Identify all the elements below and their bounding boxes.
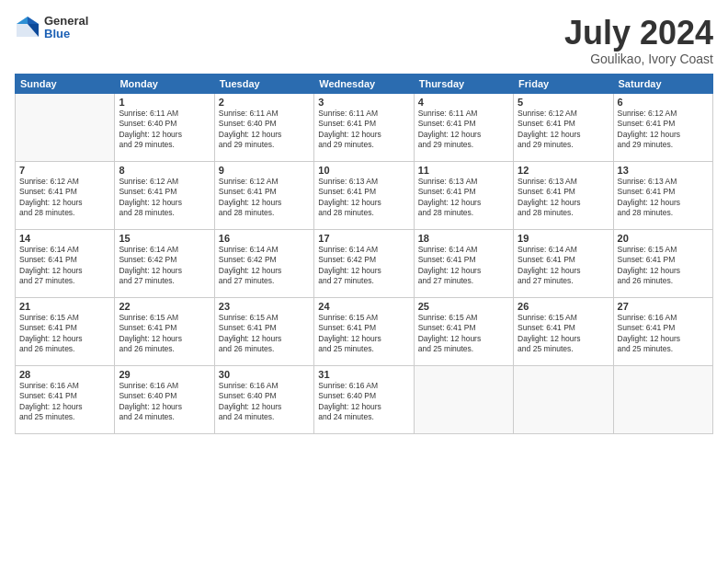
header-wednesday: Wednesday <box>314 74 414 93</box>
day-info: Sunrise: 6:16 AMSunset: 6:41 PMDaylight:… <box>19 381 110 423</box>
table-row: 22Sunrise: 6:15 AMSunset: 6:41 PMDayligh… <box>115 297 214 365</box>
title-section: July 2024 Goulikao, Ivory Coast <box>564 15 713 66</box>
table-row: 30Sunrise: 6:16 AMSunset: 6:40 PMDayligh… <box>214 365 313 433</box>
day-info: Sunrise: 6:11 AMSunset: 6:40 PMDaylight:… <box>219 109 310 151</box>
table-row: 3Sunrise: 6:11 AMSunset: 6:41 PMDaylight… <box>314 93 414 161</box>
table-row: 27Sunrise: 6:16 AMSunset: 6:41 PMDayligh… <box>613 297 712 365</box>
table-row: 28Sunrise: 6:16 AMSunset: 6:41 PMDayligh… <box>16 365 115 433</box>
day-info: Sunrise: 6:13 AMSunset: 6:41 PMDaylight:… <box>618 177 709 219</box>
svg-marker-1 <box>28 17 39 24</box>
svg-marker-2 <box>17 17 28 24</box>
day-info: Sunrise: 6:14 AMSunset: 6:42 PMDaylight:… <box>119 245 210 287</box>
table-row: 24Sunrise: 6:15 AMSunset: 6:41 PMDayligh… <box>314 297 414 365</box>
day-number: 25 <box>418 301 509 312</box>
table-row: 16Sunrise: 6:14 AMSunset: 6:42 PMDayligh… <box>214 229 313 297</box>
day-number: 12 <box>518 165 609 176</box>
table-row: 21Sunrise: 6:15 AMSunset: 6:41 PMDayligh… <box>16 297 115 365</box>
calendar-page: General Blue July 2024 Goulikao, Ivory C… <box>0 0 728 563</box>
day-info: Sunrise: 6:14 AMSunset: 6:41 PMDaylight:… <box>19 245 110 287</box>
day-info: Sunrise: 6:15 AMSunset: 6:41 PMDaylight:… <box>19 313 110 355</box>
day-info: Sunrise: 6:16 AMSunset: 6:40 PMDaylight:… <box>219 381 310 423</box>
day-info: Sunrise: 6:14 AMSunset: 6:41 PMDaylight:… <box>518 245 609 287</box>
day-info: Sunrise: 6:15 AMSunset: 6:41 PMDaylight:… <box>119 313 210 355</box>
day-number: 27 <box>618 301 709 312</box>
day-number: 23 <box>219 301 310 312</box>
day-number: 7 <box>19 165 110 176</box>
day-number: 6 <box>618 97 709 108</box>
table-row <box>613 365 712 433</box>
day-number: 5 <box>518 97 609 108</box>
table-row: 2Sunrise: 6:11 AMSunset: 6:40 PMDaylight… <box>214 93 313 161</box>
table-row: 18Sunrise: 6:14 AMSunset: 6:41 PMDayligh… <box>414 229 513 297</box>
day-info: Sunrise: 6:11 AMSunset: 6:40 PMDaylight:… <box>119 109 210 151</box>
header-saturday: Saturday <box>613 74 712 93</box>
day-number: 10 <box>318 165 409 176</box>
calendar-subtitle: Goulikao, Ivory Coast <box>564 52 713 66</box>
day-info: Sunrise: 6:15 AMSunset: 6:41 PMDaylight:… <box>618 245 709 287</box>
table-row <box>514 365 613 433</box>
table-row: 4Sunrise: 6:11 AMSunset: 6:41 PMDaylight… <box>414 93 513 161</box>
day-info: Sunrise: 6:12 AMSunset: 6:41 PMDaylight:… <box>618 109 709 151</box>
header: General Blue July 2024 Goulikao, Ivory C… <box>15 15 713 66</box>
day-number: 30 <box>219 369 310 380</box>
table-row: 11Sunrise: 6:13 AMSunset: 6:41 PMDayligh… <box>414 161 513 229</box>
day-info: Sunrise: 6:13 AMSunset: 6:41 PMDaylight:… <box>418 177 509 219</box>
day-info: Sunrise: 6:15 AMSunset: 6:41 PMDaylight:… <box>518 313 609 355</box>
day-number: 8 <box>119 165 210 176</box>
table-row: 25Sunrise: 6:15 AMSunset: 6:41 PMDayligh… <box>414 297 513 365</box>
table-row: 10Sunrise: 6:13 AMSunset: 6:41 PMDayligh… <box>314 161 414 229</box>
logo-general-text: General <box>44 15 88 28</box>
header-friday: Friday <box>514 74 613 93</box>
day-info: Sunrise: 6:14 AMSunset: 6:41 PMDaylight:… <box>418 245 509 287</box>
day-number: 21 <box>19 301 110 312</box>
day-number: 22 <box>119 301 210 312</box>
header-monday: Monday <box>115 74 214 93</box>
day-info: Sunrise: 6:15 AMSunset: 6:41 PMDaylight:… <box>318 313 409 355</box>
day-number: 11 <box>418 165 509 176</box>
table-row: 12Sunrise: 6:13 AMSunset: 6:41 PMDayligh… <box>514 161 613 229</box>
day-info: Sunrise: 6:12 AMSunset: 6:41 PMDaylight:… <box>518 109 609 151</box>
day-info: Sunrise: 6:15 AMSunset: 6:41 PMDaylight:… <box>219 313 310 355</box>
table-row: 8Sunrise: 6:12 AMSunset: 6:41 PMDaylight… <box>115 161 214 229</box>
header-thursday: Thursday <box>414 74 513 93</box>
calendar-header-row: Sunday Monday Tuesday Wednesday Thursday… <box>16 74 713 93</box>
day-info: Sunrise: 6:11 AMSunset: 6:41 PMDaylight:… <box>418 109 509 151</box>
day-number: 26 <box>518 301 609 312</box>
day-number: 16 <box>219 233 310 244</box>
day-number: 19 <box>518 233 609 244</box>
day-info: Sunrise: 6:12 AMSunset: 6:41 PMDaylight:… <box>119 177 210 219</box>
day-info: Sunrise: 6:16 AMSunset: 6:40 PMDaylight:… <box>119 381 210 423</box>
day-info: Sunrise: 6:11 AMSunset: 6:41 PMDaylight:… <box>318 109 409 151</box>
logo-text: General Blue <box>44 15 88 41</box>
day-info: Sunrise: 6:15 AMSunset: 6:41 PMDaylight:… <box>418 313 509 355</box>
table-row: 19Sunrise: 6:14 AMSunset: 6:41 PMDayligh… <box>514 229 613 297</box>
day-info: Sunrise: 6:13 AMSunset: 6:41 PMDaylight:… <box>318 177 409 219</box>
day-number: 3 <box>318 97 409 108</box>
table-row: 23Sunrise: 6:15 AMSunset: 6:41 PMDayligh… <box>214 297 313 365</box>
calendar-table: Sunday Monday Tuesday Wednesday Thursday… <box>15 74 713 434</box>
day-number: 9 <box>219 165 310 176</box>
table-row: 14Sunrise: 6:14 AMSunset: 6:41 PMDayligh… <box>16 229 115 297</box>
day-number: 4 <box>418 97 509 108</box>
day-number: 31 <box>318 369 409 380</box>
day-info: Sunrise: 6:14 AMSunset: 6:42 PMDaylight:… <box>318 245 409 287</box>
table-row <box>414 365 513 433</box>
day-number: 24 <box>318 301 409 312</box>
day-number: 2 <box>219 97 310 108</box>
day-number: 1 <box>119 97 210 108</box>
table-row: 6Sunrise: 6:12 AMSunset: 6:41 PMDaylight… <box>613 93 712 161</box>
calendar-title: July 2024 <box>564 15 713 52</box>
day-number: 14 <box>19 233 110 244</box>
logo-blue-text: Blue <box>44 28 88 40</box>
day-number: 13 <box>618 165 709 176</box>
table-row: 1Sunrise: 6:11 AMSunset: 6:40 PMDaylight… <box>115 93 214 161</box>
table-row: 20Sunrise: 6:15 AMSunset: 6:41 PMDayligh… <box>613 229 712 297</box>
day-info: Sunrise: 6:16 AMSunset: 6:41 PMDaylight:… <box>618 313 709 355</box>
table-row <box>16 93 115 161</box>
header-tuesday: Tuesday <box>214 74 313 93</box>
table-row: 17Sunrise: 6:14 AMSunset: 6:42 PMDayligh… <box>314 229 414 297</box>
table-row: 5Sunrise: 6:12 AMSunset: 6:41 PMDaylight… <box>514 93 613 161</box>
day-number: 28 <box>19 369 110 380</box>
day-number: 15 <box>119 233 210 244</box>
table-row: 15Sunrise: 6:14 AMSunset: 6:42 PMDayligh… <box>115 229 214 297</box>
